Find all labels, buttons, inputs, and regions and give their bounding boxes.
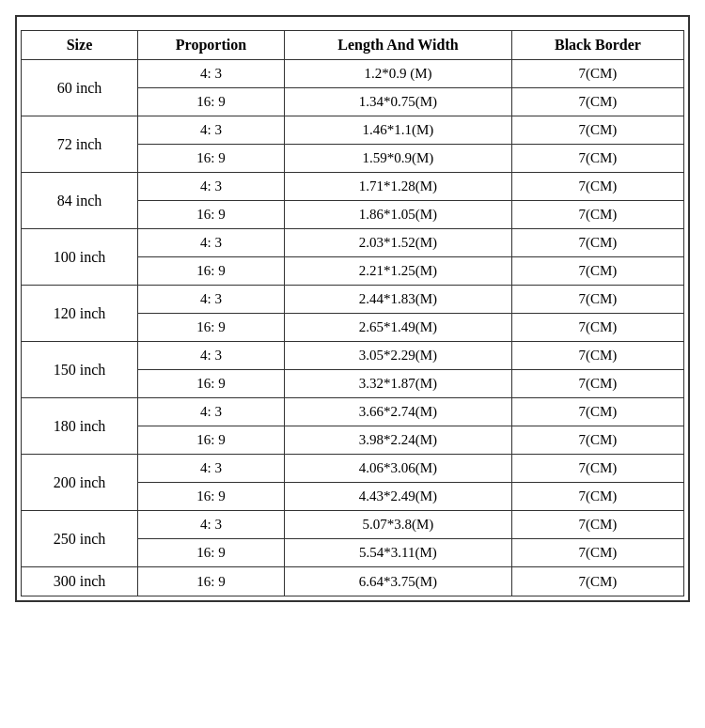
table-row: 180 inch4: 33.66*2.74(M)7(CM)	[22, 398, 684, 426]
dimensions-cell: 1.46*1.1(M)	[284, 116, 511, 145]
size-cell: 150 inch	[22, 342, 138, 398]
dimensions-cell: 5.54*3.11(M)	[284, 539, 511, 567]
dimensions-cell: 2.21*1.25(M)	[284, 257, 511, 286]
border-cell: 7(CM)	[511, 426, 683, 455]
dimensions-cell: 1.2*0.9 (M)	[284, 60, 511, 88]
proportion-cell: 16: 9	[138, 483, 285, 511]
table-row: 72 inch4: 31.46*1.1(M)7(CM)	[22, 116, 684, 145]
border-cell: 7(CM)	[511, 342, 683, 370]
border-cell: 7(CM)	[511, 173, 683, 201]
size-cell: 60 inch	[22, 60, 138, 116]
border-cell: 7(CM)	[511, 539, 683, 567]
proportion-cell: 4: 3	[138, 229, 285, 257]
proportion-cell: 16: 9	[138, 257, 285, 286]
border-cell: 7(CM)	[511, 88, 683, 116]
proportion-cell: 4: 3	[138, 173, 285, 201]
size-cell: 84 inch	[22, 173, 138, 229]
proportion-cell: 4: 3	[138, 116, 285, 145]
size-cell: 180 inch	[22, 398, 138, 455]
size-cell: 250 inch	[22, 511, 138, 567]
border-cell: 7(CM)	[511, 257, 683, 286]
border-cell: 7(CM)	[511, 567, 683, 596]
dimensions-cell: 1.71*1.28(M)	[284, 173, 511, 201]
border-cell: 7(CM)	[511, 286, 683, 314]
dimensions-cell: 5.07*3.8(M)	[284, 511, 511, 539]
size-cell: 72 inch	[22, 116, 138, 173]
col-border: Black Border	[511, 31, 683, 60]
border-cell: 7(CM)	[511, 116, 683, 145]
dimensions-cell: 4.06*3.06(M)	[284, 455, 511, 483]
border-cell: 7(CM)	[511, 60, 683, 88]
table-row: 200 inch4: 34.06*3.06(M)7(CM)	[22, 455, 684, 483]
proportion-cell: 4: 3	[138, 511, 285, 539]
dimensions-cell: 3.05*2.29(M)	[284, 342, 511, 370]
col-proportion: Proportion	[138, 31, 285, 60]
border-cell: 7(CM)	[511, 145, 683, 173]
dimensions-cell: 2.44*1.83(M)	[284, 286, 511, 314]
proportion-cell: 16: 9	[138, 426, 285, 455]
col-size: Size	[22, 31, 138, 60]
dimensions-cell: 3.32*1.87(M)	[284, 370, 511, 398]
proportion-cell: 16: 9	[138, 88, 285, 116]
size-table: Size Proportion Length And Width Black B…	[21, 30, 684, 596]
size-cell: 300 inch	[22, 567, 138, 596]
border-cell: 7(CM)	[511, 455, 683, 483]
proportion-cell: 4: 3	[138, 60, 285, 88]
table-row: 100 inch4: 32.03*1.52(M)7(CM)	[22, 229, 684, 257]
table-body: 60 inch4: 31.2*0.9 (M)7(CM)16: 91.34*0.7…	[22, 60, 684, 596]
proportion-cell: 4: 3	[138, 398, 285, 426]
dimensions-cell: 6.64*3.75(M)	[284, 567, 511, 596]
border-cell: 7(CM)	[511, 511, 683, 539]
border-cell: 7(CM)	[511, 370, 683, 398]
proportion-cell: 16: 9	[138, 567, 285, 596]
table-row: 120 inch4: 32.44*1.83(M)7(CM)	[22, 286, 684, 314]
page-wrapper: Size Proportion Length And Width Black B…	[0, 0, 705, 728]
dimensions-cell: 2.03*1.52(M)	[284, 229, 511, 257]
table-row: 150 inch4: 33.05*2.29(M)7(CM)	[22, 342, 684, 370]
border-cell: 7(CM)	[511, 314, 683, 342]
border-cell: 7(CM)	[511, 229, 683, 257]
dimensions-cell: 2.65*1.49(M)	[284, 314, 511, 342]
dimensions-cell: 3.98*2.24(M)	[284, 426, 511, 455]
proportion-cell: 16: 9	[138, 539, 285, 567]
proportion-cell: 16: 9	[138, 370, 285, 398]
proportion-cell: 4: 3	[138, 342, 285, 370]
proportion-cell: 4: 3	[138, 455, 285, 483]
dimensions-cell: 1.34*0.75(M)	[284, 88, 511, 116]
proportion-cell: 16: 9	[138, 314, 285, 342]
col-dimensions: Length And Width	[284, 31, 511, 60]
size-cell: 200 inch	[22, 455, 138, 511]
dimensions-cell: 4.43*2.49(M)	[284, 483, 511, 511]
size-cell: 100 inch	[22, 229, 138, 286]
table-row: 300 inch16: 96.64*3.75(M)7(CM)	[22, 567, 684, 596]
border-cell: 7(CM)	[511, 398, 683, 426]
table-container: Size Proportion Length And Width Black B…	[15, 15, 690, 602]
proportion-cell: 16: 9	[138, 145, 285, 173]
table-row: 250 inch4: 35.07*3.8(M)7(CM)	[22, 511, 684, 539]
table-header-row: Size Proportion Length And Width Black B…	[22, 31, 684, 60]
size-cell: 120 inch	[22, 286, 138, 342]
proportion-cell: 16: 9	[138, 201, 285, 229]
dimensions-cell: 1.86*1.05(M)	[284, 201, 511, 229]
dimensions-cell: 3.66*2.74(M)	[284, 398, 511, 426]
table-row: 84 inch4: 31.71*1.28(M)7(CM)	[22, 173, 684, 201]
dimensions-cell: 1.59*0.9(M)	[284, 145, 511, 173]
border-cell: 7(CM)	[511, 483, 683, 511]
border-cell: 7(CM)	[511, 201, 683, 229]
table-row: 60 inch4: 31.2*0.9 (M)7(CM)	[22, 60, 684, 88]
proportion-cell: 4: 3	[138, 286, 285, 314]
